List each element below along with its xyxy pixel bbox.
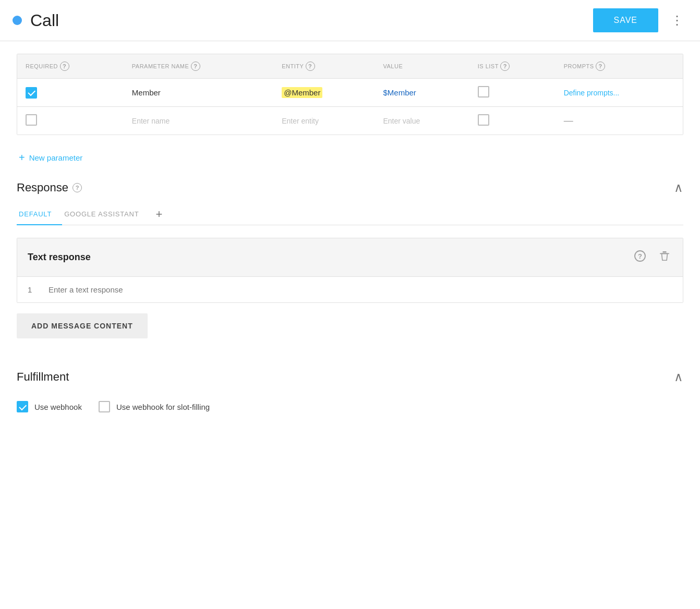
table-header-row: REQUIRED ? PARAMETER NAME ? ENTITY ? VAL…: [17, 54, 683, 79]
status-dot: [13, 16, 22, 25]
col-is-list: IS LIST ?: [469, 54, 556, 79]
text-response-help-button[interactable]: ?: [632, 248, 648, 267]
fulfillment-options: Use webhook Use webhook for slot-filling: [17, 393, 683, 412]
is-list-help-icon[interactable]: ?: [500, 62, 510, 71]
prompts-cell: Define prompts...: [556, 79, 683, 107]
fulfillment-section-header: Fulfillment ∧: [17, 359, 683, 393]
slot-filling-label-text: Use webhook for slot-filling: [116, 403, 210, 411]
svg-text:?: ?: [638, 252, 642, 260]
col-entity: ENTITY ?: [273, 54, 375, 79]
col-param-name: PARAMETER NAME ?: [124, 54, 273, 79]
add-message-content-button[interactable]: ADD MESSAGE CONTENT: [17, 313, 148, 338]
more-options-icon[interactable]: ⋮: [667, 11, 687, 30]
text-response-delete-button[interactable]: [657, 248, 672, 266]
prompts-dash: —: [564, 115, 573, 126]
required-help-icon[interactable]: ?: [60, 62, 69, 71]
webhook-label[interactable]: Use webhook: [17, 401, 82, 412]
col-required: REQUIRED ?: [17, 54, 124, 79]
define-prompts-link[interactable]: Define prompts...: [564, 89, 620, 97]
col-prompts: PROMPTS ?: [556, 54, 683, 79]
save-button[interactable]: SAVE: [593, 8, 659, 32]
fulfillment-title: Fulfillment: [17, 370, 69, 384]
param-name-placeholder: Enter name: [132, 117, 170, 125]
parameters-table: REQUIRED ? PARAMETER NAME ? ENTITY ? VAL…: [17, 54, 683, 135]
fulfillment-collapse-icon[interactable]: ∧: [674, 370, 683, 384]
header: Call SAVE ⋮: [0, 0, 700, 41]
webhook-checkbox[interactable]: [17, 401, 28, 412]
table-row: Member @Member $Member Define prompts...: [17, 79, 683, 107]
prompts-help-icon[interactable]: ?: [596, 62, 605, 71]
required-checkbox-member[interactable]: [26, 87, 37, 99]
value-cell: $Member: [375, 79, 469, 107]
text-response-input[interactable]: [49, 285, 672, 294]
prompts-cell-empty: —: [556, 107, 683, 135]
param-name-help-icon[interactable]: ?: [191, 62, 200, 71]
response-tabs: DEFAULT GOOGLE ASSISTANT +: [17, 203, 683, 225]
parameters-table-wrapper: REQUIRED ? PARAMETER NAME ? ENTITY ? VAL…: [17, 54, 683, 135]
response-section-header: Response ? ∧: [17, 170, 683, 203]
param-name-member: Member: [132, 88, 161, 97]
text-response-header: Text response ?: [17, 238, 683, 277]
value-cell-empty: Enter value: [375, 107, 469, 135]
required-cell-empty: [17, 107, 124, 135]
row-number: 1: [28, 285, 38, 294]
is-list-checkbox-empty[interactable]: [478, 114, 489, 126]
tab-default[interactable]: DEFAULT: [17, 204, 62, 225]
col-value: VALUE: [375, 54, 469, 79]
trash-icon: [659, 250, 670, 262]
text-response-title: Text response: [28, 252, 91, 263]
is-list-cell-empty: [469, 107, 556, 135]
response-help-icon[interactable]: ?: [73, 183, 82, 192]
entity-value-member: @Member: [282, 87, 322, 98]
is-list-checkbox-member[interactable]: [478, 86, 489, 98]
response-title-group: Response ?: [17, 181, 82, 194]
response-collapse-icon[interactable]: ∧: [674, 180, 683, 195]
response-title: Response: [17, 181, 68, 194]
slot-filling-checkbox[interactable]: [99, 401, 110, 412]
required-cell: [17, 79, 124, 107]
plus-icon: +: [19, 152, 25, 164]
help-circle-icon: ?: [634, 250, 646, 262]
text-response-row-1: 1: [17, 277, 683, 302]
new-parameter-label: New parameter: [29, 153, 83, 162]
tab-google-assistant[interactable]: GOOGLE ASSISTANT: [62, 204, 149, 225]
entity-cell-empty: Enter entity: [273, 107, 375, 135]
new-parameter-button[interactable]: + New parameter: [17, 145, 85, 170]
main-content: REQUIRED ? PARAMETER NAME ? ENTITY ? VAL…: [0, 41, 700, 425]
entity-help-icon[interactable]: ?: [306, 62, 315, 71]
is-list-cell: [469, 79, 556, 107]
name-cell-empty: Enter name: [124, 107, 273, 135]
value-placeholder: Enter value: [383, 117, 420, 125]
page-title: Call: [30, 11, 593, 30]
fulfillment-section: Fulfillment ∧ Use webhook Use webhook fo…: [17, 359, 683, 412]
required-checkbox-empty[interactable]: [26, 114, 37, 126]
slot-filling-label[interactable]: Use webhook for slot-filling: [99, 401, 210, 412]
name-cell: Member: [124, 79, 273, 107]
table-row: Enter name Enter entity Enter value —: [17, 107, 683, 135]
entity-placeholder: Enter entity: [282, 117, 319, 125]
webhook-label-text: Use webhook: [34, 403, 82, 411]
tab-add-button[interactable]: +: [149, 203, 168, 225]
entity-cell: @Member: [273, 79, 375, 107]
param-value-member: $Member: [383, 88, 416, 97]
text-response-actions: ?: [632, 248, 672, 267]
text-response-card: Text response ? 1: [17, 238, 683, 303]
